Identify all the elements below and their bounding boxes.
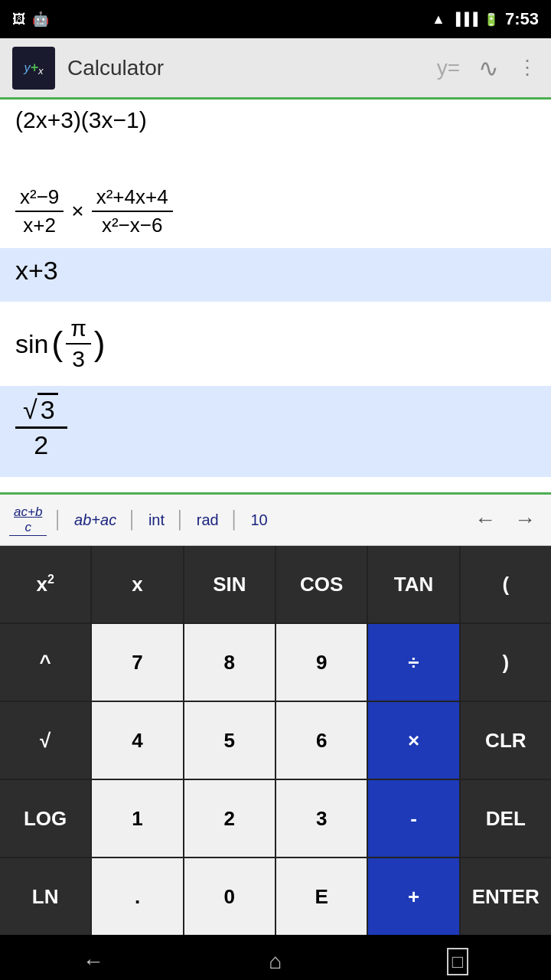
fraction-1: x²−9 x+2 <box>15 184 64 239</box>
keypad-btn-x[interactable]: x <box>92 546 182 622</box>
keypad-btn-del[interactable]: DEL <box>461 780 551 857</box>
frac2-denominator: x²−x−6 <box>97 212 168 239</box>
toolbar-sep-3: │ <box>175 510 186 530</box>
toolbar-frac-numerator: ac+b <box>12 505 44 520</box>
nav-recent-btn[interactable]: □ <box>447 948 469 975</box>
keypad-btn-9[interactable]: 9 <box>276 624 367 701</box>
frac2-numerator: x²+4x+4 <box>92 184 173 212</box>
keypad-btn-2[interactable]: 2 <box>184 780 275 857</box>
toolbar-fraction-btn[interactable]: ac+b c <box>9 505 47 536</box>
picture-icon: 🖼 <box>12 11 26 28</box>
empty-space <box>0 477 551 492</box>
pi-fraction: π 3 <box>66 314 91 374</box>
sqrt-denominator: 2 <box>26 429 56 462</box>
toolbar-rad-btn[interactable]: rad <box>192 508 223 532</box>
keypad-btn-ln[interactable]: LN <box>0 858 90 935</box>
expr-text-1: (2x+3)(3x−1) <box>15 107 147 132</box>
keypad-btn-clr[interactable]: CLR <box>461 702 551 779</box>
frac1-numerator: x²−9 <box>15 184 64 212</box>
keypad-btn-_[interactable]: . <box>92 858 182 935</box>
result-row-1: x+3 <box>0 248 551 302</box>
wifi-icon: ▲ <box>432 11 445 28</box>
toolbar-frac-denominator: c <box>23 520 33 535</box>
keypad-btn-7[interactable]: 7 <box>92 624 182 701</box>
keypad-btn-_[interactable]: × <box>368 702 458 779</box>
keypad-btn-log[interactable]: LOG <box>0 780 90 857</box>
keypad-btn-sin[interactable]: SIN <box>184 546 275 622</box>
keypad-btn-tan[interactable]: TAN <box>368 546 458 622</box>
nav-back-btn[interactable]: ← <box>83 949 104 974</box>
status-right-icons: ▲ ▐▐▐ 🔋 7:53 <box>432 9 539 29</box>
keypad-btn-_[interactable]: + <box>368 858 458 935</box>
more-menu-icon[interactable]: ⋮ <box>517 56 539 80</box>
keypad-btn-8[interactable]: 8 <box>184 624 275 701</box>
sqrt-numerator: √3 <box>15 394 67 429</box>
keypad-btn-_[interactable]: ) <box>461 624 551 701</box>
toolbar-abaac-btn[interactable]: ab+ac <box>70 508 121 532</box>
frac1-denominator: x+2 <box>18 212 60 239</box>
status-left-icons: 🖼 🤖 <box>12 11 49 28</box>
expr-row-2: x²−9 x+2 × x²+4x+4 x²−x−6 <box>0 168 551 248</box>
app-bar-actions: y= ∿ ⋮ <box>437 54 539 83</box>
keypad-btn-_[interactable]: - <box>368 780 458 857</box>
keypad-btn-cos[interactable]: COS <box>276 546 367 622</box>
keypad-btn-3[interactable]: 3 <box>276 780 367 857</box>
keypad-btn-0[interactable]: 0 <box>184 858 275 935</box>
keypad-btn-x_[interactable]: x2 <box>0 546 90 622</box>
math-display: (2x+3)(3x−1) x²−9 x+2 × x²+4x+4 x²−x−6 x… <box>0 100 551 492</box>
keypad-btn-1[interactable]: 1 <box>92 780 182 857</box>
battery-icon: 🔋 <box>484 12 499 27</box>
toolbar-sep-2: │ <box>127 510 138 530</box>
keypad-btn-4[interactable]: 4 <box>92 702 182 779</box>
result-row-2: √3 2 <box>0 386 551 477</box>
expr-row-1: (2x+3)(3x−1) <box>0 100 551 168</box>
times-symbol: × <box>71 199 83 224</box>
expr-row-3: sin ( π 3 ) <box>0 302 551 386</box>
keypad-btn-_[interactable]: √ <box>0 702 90 779</box>
left-paren: ( <box>51 325 63 363</box>
app-title: Calculator <box>67 56 437 80</box>
keypad-btn-5[interactable]: 5 <box>184 702 275 779</box>
sin-label: sin <box>15 329 48 359</box>
fraction-2: x²+4x+4 x²−x−6 <box>92 184 173 239</box>
toolbar-right-arrow[interactable]: → <box>508 508 542 532</box>
keypad: x2xSINCOSTAN(^789÷)√456×CLRLOG123-DELLN.… <box>0 546 551 935</box>
app-bar: y + x Calculator y= ∿ ⋮ <box>0 38 551 100</box>
toolbar-10-btn[interactable]: 10 <box>246 508 272 532</box>
app-icon: y + x <box>12 47 55 90</box>
formula-toolbar: ac+b c │ ab+ac │ int │ rad │ 10 ← → <box>0 492 551 546</box>
keypad-btn-6[interactable]: 6 <box>276 702 367 779</box>
right-paren: ) <box>94 325 106 363</box>
toolbar-int-btn[interactable]: int <box>144 508 169 532</box>
keypad-btn-e[interactable]: E <box>276 858 367 935</box>
wave-icon[interactable]: ∿ <box>478 54 499 83</box>
y-equals-label[interactable]: y= <box>437 56 460 80</box>
keypad-btn-_[interactable]: ÷ <box>368 624 458 701</box>
x-squared-label: x2 <box>36 573 54 596</box>
android-icon: 🤖 <box>32 11 49 28</box>
bottom-nav: ← ⌂ □ <box>0 935 551 980</box>
sqrt-fraction: √3 2 <box>15 394 67 462</box>
keypad-btn-_[interactable]: ( <box>461 546 551 622</box>
toolbar-left-arrow[interactable]: ← <box>468 508 502 532</box>
status-time: 7:53 <box>505 9 539 29</box>
toolbar-sep-4: │ <box>230 510 240 530</box>
status-bar: 🖼 🤖 ▲ ▐▐▐ 🔋 7:53 <box>0 0 551 38</box>
toolbar-sep-1: │ <box>53 510 64 530</box>
keypad-btn-enter[interactable]: ENTER <box>461 858 551 935</box>
keypad-btn-_[interactable]: ^ <box>0 624 90 701</box>
nav-home-btn[interactable]: ⌂ <box>269 949 282 974</box>
signal-icon: ▐▐▐ <box>452 12 478 26</box>
result-text-1: x+3 <box>15 256 58 285</box>
